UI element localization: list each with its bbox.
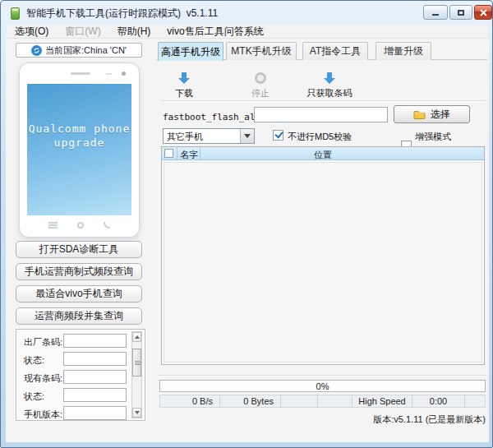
status-mode: High Speed — [352, 395, 412, 407]
title-bar[interactable]: 智能手机下载工具(运行时跟踪模式) v5.1.11 — [1, 1, 493, 24]
md5-skip-label: 不进行MD5校验 — [288, 131, 352, 143]
progress-separator — [157, 375, 487, 376]
current-country-bar[interactable]: 当前国家:China 'CN' — [16, 43, 142, 58]
download-arrow-icon — [322, 71, 337, 85]
phone-screen-text-line1: Qualcomm phone — [29, 122, 131, 136]
device-type-dropdown[interactable]: 其它手机 — [163, 128, 255, 144]
status-time: 0:00 — [412, 395, 465, 407]
status-bytes: 0 Bytes — [220, 395, 281, 407]
factory-barcode-label: 出厂条码: — [24, 336, 62, 349]
stop-circle-icon — [253, 71, 268, 85]
toolbar-separator — [159, 100, 486, 102]
best-vivo-phone-query-button[interactable]: 最适合vivo手机查询 — [16, 285, 142, 303]
dropdown-arrow-button[interactable] — [240, 129, 254, 143]
barcode-fields-panel: 出厂条码: 状态: 现有条码: 状态: 手机版本: — [16, 329, 145, 421]
current-barcode-field[interactable] — [63, 370, 127, 384]
progress-bar: 0% — [159, 380, 486, 392]
status-cell-3 — [281, 395, 318, 407]
window-title: 智能手机下载工具(运行时跟踪模式) v5.1.11 — [26, 7, 218, 21]
browse-button-label: 选择 — [431, 108, 450, 122]
file-table: 名字 位置 — [161, 146, 485, 365]
carrier-band-query-button[interactable]: 手机运营商制式频段查询 — [16, 263, 142, 280]
status-speed: 0 B/s — [160, 395, 220, 407]
column-header-location[interactable]: 位置 — [200, 149, 446, 161]
status-field-1[interactable] — [63, 352, 127, 366]
minimize-icon — [432, 14, 439, 16]
file-table-body[interactable] — [164, 162, 482, 363]
factory-barcode-field[interactable] — [63, 334, 127, 348]
app-phone-icon — [11, 7, 20, 20]
phone-version-label: 手机版本: — [24, 409, 62, 421]
md5-skip-checkbox[interactable] — [273, 130, 283, 141]
stop-button: 停止 — [228, 71, 293, 99]
menu-item-options[interactable]: 选项(O) — [7, 25, 57, 38]
minimize-button[interactable] — [423, 5, 448, 20]
scroll-down-icon[interactable] — [132, 408, 141, 418]
column-header-name[interactable]: 名字 — [180, 149, 198, 161]
open-sda-tool-button[interactable]: 打开SDA诊断工具 — [16, 241, 142, 258]
folder-icon — [413, 109, 426, 119]
browse-button[interactable]: 选择 — [394, 105, 470, 123]
menu-item-vivo-qa[interactable]: vivo售后工具问答系统 — [159, 25, 271, 38]
get-barcode-only-button[interactable]: 只获取条码 — [297, 71, 362, 99]
menu-item-window: 窗口(W) — [57, 25, 108, 38]
scrollbar-thumb[interactable] — [132, 349, 141, 376]
file-table-header: 名字 位置 — [162, 147, 484, 160]
phone-preview: Qualcomm phone upgrade — [19, 62, 140, 238]
phone-home-icon — [77, 222, 84, 229]
tab-mtk-upgrade[interactable]: MTK手机升级 — [226, 42, 297, 60]
tab-qualcomm-upgrade[interactable]: 高通手机升级 — [158, 42, 223, 61]
phone-screen: Qualcomm phone upgrade — [27, 84, 131, 215]
menu-bar: 选项(O) 窗口(W) 帮助(H) vivo售后工具问答系统 — [7, 25, 488, 39]
status-label-1: 状态: — [24, 354, 44, 367]
device-type-value: 其它手机 — [167, 131, 203, 143]
fastboot-file-input[interactable] — [254, 107, 388, 122]
current-barcode-label: 现有条码: — [24, 372, 62, 385]
phone-camera-icon — [122, 72, 126, 76]
version-label: 版本:v5.1.11 (已是最新版本) — [157, 413, 486, 426]
maximize-button[interactable] — [449, 5, 472, 20]
phone-nav-buttons — [20, 220, 139, 230]
status-bar: 0 B/s 0 Bytes High Speed 0:00 — [159, 395, 486, 408]
close-button[interactable] — [474, 5, 492, 20]
phone-back-icon — [104, 222, 110, 229]
carrier-band-union-query-button[interactable]: 运营商频段并集查询 — [16, 307, 142, 325]
download-button[interactable]: 下载 — [151, 71, 217, 99]
select-all-checkbox[interactable] — [164, 149, 173, 158]
tab-at-command-tool[interactable]: AT指令工具 — [302, 42, 368, 60]
status-label-2: 状态: — [24, 390, 44, 403]
app-window: 智能手机下载工具(运行时跟踪模式) v5.1.11 选项(O) 窗口(W) 帮助… — [0, 0, 493, 448]
chevron-down-icon — [244, 134, 251, 141]
maximize-icon — [458, 10, 464, 16]
phone-speaker — [71, 72, 90, 75]
phone-menu-icon — [48, 224, 58, 226]
tab-incremental-upgrade[interactable]: 增量升级 — [376, 42, 431, 60]
fields-scrollbar[interactable] — [131, 331, 142, 418]
phone-sensor — [106, 73, 112, 75]
sync-icon — [31, 45, 42, 56]
enhanced-mode-label: 增强模式 — [415, 131, 451, 143]
download-arrow-icon — [177, 71, 191, 85]
phone-screen-text-line2: upgrade — [54, 136, 105, 150]
scroll-up-icon[interactable] — [132, 332, 141, 342]
progress-percent-label: 0% — [160, 381, 485, 391]
current-country-label: 当前国家:China 'CN' — [45, 44, 127, 57]
menu-item-help[interactable]: 帮助(H) — [109, 25, 159, 38]
phone-version-field[interactable] — [63, 406, 127, 420]
status-field-2[interactable] — [63, 388, 127, 402]
close-icon — [480, 9, 487, 16]
status-cell-4 — [318, 395, 352, 407]
